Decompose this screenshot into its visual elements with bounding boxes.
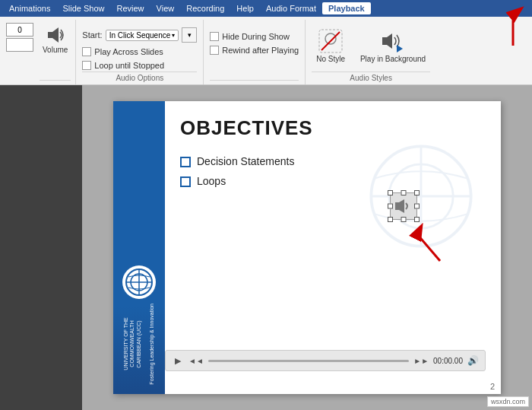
svg-point-3	[325, 33, 336, 44]
handle-middle-right	[414, 204, 420, 209]
slide-item-1-text: Decision Statements	[197, 155, 294, 167]
progress-area	[208, 360, 409, 362]
svg-marker-6	[387, 33, 392, 49]
volume-group-label	[40, 80, 71, 84]
handle-bottom-left	[388, 217, 393, 222]
slide-item-2: Loops	[180, 175, 486, 187]
main-area: UNIVERSITY OF THECOMMONWEALTHCARIBBEAN (…	[0, 85, 532, 410]
audio-options-controls: Start: In Click Sequence ▾ ▾ Play Across…	[82, 21, 197, 72]
audio-playback-bar: ▶ ◄◄ ►► 00:00.00 🔊	[165, 350, 486, 371]
play-across-slides-row: Play Across Slides	[82, 47, 197, 56]
start-dropdown[interactable]: In Click Sequence ▾	[106, 30, 179, 41]
handle-top-middle	[401, 190, 407, 195]
handle-top-right	[414, 190, 420, 195]
slide-title: OBJECTIVES	[180, 116, 486, 140]
time-display: 00:00.00	[433, 357, 463, 365]
svg-rect-0	[48, 32, 52, 38]
hide-rewind-group: Hide During Show Rewind after Playing	[204, 20, 306, 84]
volume-label: Volume	[43, 46, 68, 54]
audio-icon[interactable]	[390, 192, 417, 220]
dropdown-arrow-icon: ▾	[172, 32, 175, 39]
hide-rewind-group-label	[210, 80, 299, 84]
rewind-after-playing-checkbox[interactable]	[210, 46, 219, 55]
slide-area: UNIVERSITY OF THECOMMONWEALTHCARIBBEAN (…	[82, 85, 532, 410]
num-input-2[interactable]	[6, 38, 33, 52]
start-value: In Click Sequence	[109, 31, 171, 40]
start-label: Start:	[82, 30, 102, 40]
audio-styles-group: No Style	[306, 20, 436, 84]
hide-during-show-checkbox[interactable]	[210, 32, 219, 41]
menu-audio-format[interactable]: Audio Format	[260, 2, 322, 14]
audio-widget[interactable]	[390, 192, 417, 220]
play-in-background-button[interactable]: Play in Background	[356, 24, 430, 67]
audio-styles-icons: No Style	[312, 21, 430, 72]
prev-button[interactable]: ◄◄	[188, 357, 204, 365]
left-sidebar	[0, 85, 82, 410]
menu-animations[interactable]: Animations	[3, 2, 56, 14]
slide-item-2-text: Loops	[197, 175, 226, 187]
left-panel: 0	[3, 20, 36, 84]
play-across-slides-label: Play Across Slides	[94, 47, 163, 56]
menu-view[interactable]: View	[150, 2, 181, 14]
no-style-button[interactable]: No Style	[312, 24, 350, 67]
handle-top-left	[388, 190, 393, 195]
handle-middle-left	[388, 204, 393, 209]
play-across-slides-checkbox[interactable]	[82, 47, 91, 56]
volume-group: Volume	[36, 20, 76, 84]
slide-number: 2	[490, 382, 495, 391]
hide-during-show-label: Hide During Show	[222, 32, 290, 41]
next-button[interactable]: ►►	[413, 357, 429, 365]
ribbon: 0 Volume	[0, 17, 532, 85]
svg-marker-1	[52, 27, 59, 43]
loop-until-stopped-row: Loop until Stopped	[82, 61, 197, 70]
slide-institution-text: UNIVERSITY OF THECOMMONWEALTHCARIBBEAN (…	[123, 304, 155, 385]
menu-playback[interactable]: Playback	[322, 2, 371, 14]
num-input-1[interactable]: 0	[6, 23, 33, 37]
menu-review[interactable]: Review	[110, 2, 150, 14]
slide-logo	[122, 265, 156, 299]
slide-item-1: Decision Statements	[180, 155, 486, 167]
ribbon-wrapper: Animations Slide Show Review View Record…	[0, 0, 532, 85]
svg-line-4	[321, 32, 340, 50]
audio-styles-label: Audio Styles	[312, 72, 430, 84]
loop-until-stopped-checkbox[interactable]	[82, 61, 91, 70]
no-style-icon	[317, 27, 344, 55]
start-options-button[interactable]: ▾	[182, 27, 197, 43]
play-in-background-label: Play in Background	[360, 55, 426, 64]
volume-button[interactable]: Volume	[40, 21, 71, 57]
play-in-background-icon	[379, 27, 407, 55]
slide-frame: UNIVERSITY OF THECOMMONWEALTHCARIBBEAN (…	[113, 101, 501, 394]
slide-left-bar: UNIVERSITY OF THECOMMONWEALTHCARIBBEAN (…	[113, 101, 165, 394]
hide-rewind-controls: Hide During Show Rewind after Playing	[210, 21, 299, 80]
start-options-icon: ▾	[188, 31, 192, 39]
svg-marker-7	[397, 45, 403, 52]
no-style-label: No Style	[316, 55, 345, 64]
menu-bar: Animations Slide Show Review View Record…	[0, 0, 532, 17]
svg-rect-5	[382, 37, 387, 45]
slide-bullet-2	[180, 176, 191, 187]
selection-handles	[388, 190, 420, 222]
menu-help[interactable]: Help	[230, 2, 260, 14]
wsxdn-watermark: wsxdn.com	[487, 396, 529, 407]
loop-until-stopped-label: Loop until Stopped	[94, 61, 164, 70]
audio-options-label: Audio Options	[82, 72, 197, 84]
menu-slide-show[interactable]: Slide Show	[56, 2, 110, 14]
handle-bottom-middle	[401, 217, 407, 222]
start-row: Start: In Click Sequence ▾ ▾	[82, 27, 197, 43]
progress-bar-track[interactable]	[208, 360, 409, 362]
hide-during-show-row: Hide During Show	[210, 32, 299, 41]
num-input-group: 0	[6, 23, 33, 52]
slide-bullet-1	[180, 157, 191, 167]
rewind-after-playing-row: Rewind after Playing	[210, 46, 299, 55]
volume-small-icon[interactable]: 🔊	[467, 355, 479, 366]
rewind-after-playing-label: Rewind after Playing	[222, 46, 299, 55]
volume-icon	[44, 24, 67, 46]
menu-recording[interactable]: Recording	[180, 2, 230, 14]
play-button[interactable]: ▶	[172, 354, 184, 367]
handle-bottom-right	[414, 217, 420, 222]
audio-options-group: Start: In Click Sequence ▾ ▾ Play Across…	[76, 20, 204, 84]
